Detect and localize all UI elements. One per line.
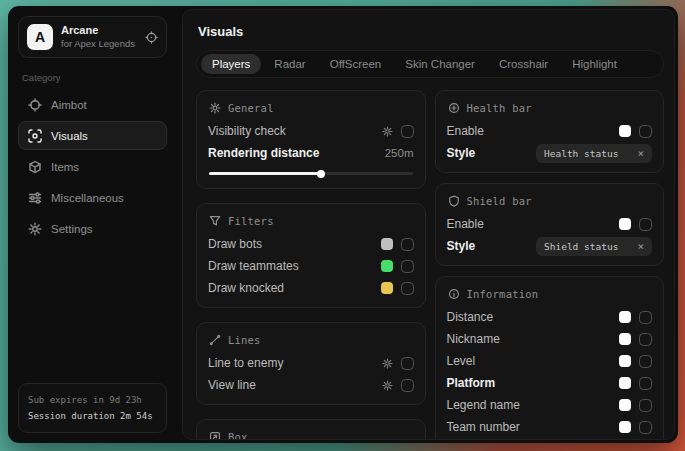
setting-row: Line to enemy [208, 353, 414, 373]
setting-row: Rendering distance 250m [208, 143, 414, 163]
health-enable-checkbox[interactable] [639, 125, 652, 138]
crosshair-icon [28, 98, 42, 112]
category-label: Category [22, 72, 163, 83]
color-swatch[interactable] [381, 260, 393, 272]
level-checkbox[interactable] [639, 355, 652, 368]
sidebar-item-label: Aimbot [51, 99, 87, 111]
tab-highlight[interactable]: Highlight [561, 54, 628, 74]
sidebar-item-label: Items [51, 161, 79, 173]
color-swatch[interactable] [619, 333, 631, 345]
color-swatch[interactable] [619, 399, 631, 411]
nickname-checkbox[interactable] [639, 333, 652, 346]
sidebar-item-settings[interactable]: Settings [18, 214, 167, 243]
setting-row: Draw bots [208, 234, 414, 254]
sidebar-item-miscellaneous[interactable]: Miscellaneous [18, 183, 167, 212]
setting-row: Draw teammates [208, 256, 414, 276]
scan-eye-icon [28, 129, 42, 143]
draw-knocked-checkbox[interactable] [401, 282, 414, 295]
color-swatch[interactable] [619, 125, 631, 137]
app-logo: A [27, 24, 53, 50]
clear-icon[interactable]: × [637, 148, 644, 159]
info-icon [448, 288, 460, 300]
visibility-check-checkbox[interactable] [401, 125, 414, 138]
box-icon [209, 431, 221, 440]
sidebar-item-visuals[interactable]: Visuals [18, 121, 167, 150]
panel-title: Health bar [467, 102, 532, 114]
tab-offscreen[interactable]: OffScreen [319, 54, 393, 74]
slider-thumb[interactable] [317, 170, 325, 178]
color-swatch[interactable] [619, 421, 631, 433]
color-swatch[interactable] [381, 282, 393, 294]
gear-icon [28, 222, 42, 236]
funnel-icon [209, 215, 221, 227]
panel-lines: Lines Line to enemy View line [196, 322, 426, 405]
sidebar-item-aimbot[interactable]: Aimbot [18, 90, 167, 119]
legend-name-checkbox[interactable] [639, 399, 652, 412]
page-title: Visuals [198, 24, 664, 39]
package-icon [28, 160, 42, 174]
panel-box: Box Enable Enable background [196, 419, 426, 440]
rendering-distance-value: 250m [385, 147, 414, 159]
setting-row: View line [208, 375, 414, 395]
health-style-select[interactable]: Health status × [536, 144, 652, 163]
setting-row: Platform [447, 373, 653, 393]
session-duration-text: Session duration 2m 54s [28, 408, 157, 424]
sidebar-item-label: Settings [51, 223, 93, 235]
sidebar: A Arcane for Apex Legends Category Aimbo… [8, 6, 177, 443]
color-swatch[interactable] [381, 238, 393, 250]
clear-icon[interactable]: × [637, 241, 644, 252]
panel-title: Shield bar [467, 195, 532, 207]
sliders-icon [28, 191, 42, 205]
visuals-tabs: Players Radar OffScreen Skin Changer Cro… [196, 50, 664, 78]
shield-style-select[interactable]: Shield status × [536, 237, 652, 256]
app-name: Arcane [61, 24, 135, 37]
rendering-distance-slider[interactable] [209, 172, 413, 175]
panel-title: General [228, 102, 274, 114]
panel-health-bar: Health bar Enable Style Health status [435, 90, 665, 173]
sidebar-item-label: Miscellaneous [51, 192, 124, 204]
setting-row: Draw knocked [208, 278, 414, 298]
sidebar-item-label: Visuals [51, 130, 88, 142]
sub-expires-text: Sub expires in 9d 23h [28, 392, 157, 408]
color-swatch[interactable] [619, 377, 631, 389]
tab-players[interactable]: Players [201, 54, 261, 74]
setting-row: Enable [447, 214, 653, 234]
team-number-checkbox[interactable] [639, 421, 652, 434]
color-swatch[interactable] [619, 311, 631, 323]
health-icon [448, 102, 460, 114]
setting-row: Weapon in hands [447, 439, 653, 440]
tab-skin-changer[interactable]: Skin Changer [394, 54, 486, 74]
setting-row: Team number [447, 417, 653, 437]
reticle-icon[interactable] [145, 31, 158, 44]
sidebar-item-items[interactable]: Items [18, 152, 167, 181]
slider-fill [209, 172, 321, 175]
panel-shield-bar: Shield bar Enable Style Shield status [435, 183, 665, 266]
shield-icon [448, 195, 460, 207]
setting-row: Style Health status × [447, 143, 653, 163]
shield-enable-checkbox[interactable] [639, 218, 652, 231]
setting-row: Level [447, 351, 653, 371]
panel-title: Lines [228, 334, 261, 346]
setting-row: Style Shield status × [447, 236, 653, 256]
draw-teammates-checkbox[interactable] [401, 260, 414, 273]
gear-icon[interactable] [382, 380, 393, 391]
line-to-enemy-checkbox[interactable] [401, 357, 414, 370]
setting-row: Visibility check [208, 121, 414, 141]
setting-row: Nickname [447, 329, 653, 349]
panel-filters: Filters Draw bots Draw teammates [196, 203, 426, 308]
platform-checkbox[interactable] [639, 377, 652, 390]
color-swatch[interactable] [619, 218, 631, 230]
settings-content: General Visibility check Rendering dista… [196, 90, 664, 429]
panel-title: Filters [228, 215, 274, 227]
setting-row: Distance [447, 307, 653, 327]
color-swatch[interactable] [619, 355, 631, 367]
distance-checkbox[interactable] [639, 311, 652, 324]
panel-title: Information [467, 288, 539, 300]
view-line-checkbox[interactable] [401, 379, 414, 392]
gear-icon[interactable] [382, 126, 393, 137]
tab-radar[interactable]: Radar [263, 54, 316, 74]
panel-title: Box [228, 431, 248, 440]
tab-crosshair[interactable]: Crosshair [488, 54, 559, 74]
gear-icon[interactable] [382, 358, 393, 369]
draw-bots-checkbox[interactable] [401, 238, 414, 251]
